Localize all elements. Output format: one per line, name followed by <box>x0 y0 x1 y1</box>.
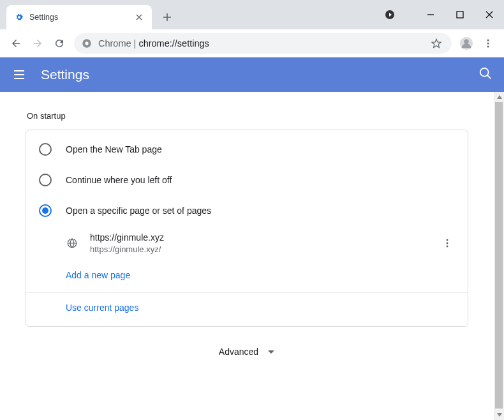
content-area: On startup Open the New Tab page Continu… <box>0 92 504 420</box>
scrollbar[interactable] <box>494 92 504 420</box>
url-path: chrome://settings <box>138 38 209 49</box>
svg-point-12 <box>447 246 448 248</box>
omnibox[interactable]: Chrome | chrome://settings <box>74 33 452 54</box>
url-origin: Chrome <box>98 38 131 49</box>
close-window-button[interactable] <box>475 3 504 26</box>
radio-label: Open the New Tab page <box>66 144 162 154</box>
search-icon[interactable] <box>478 66 493 83</box>
svg-rect-0 <box>457 11 463 18</box>
svg-point-2 <box>85 41 88 45</box>
radio-icon <box>39 143 52 156</box>
settings-header: Settings <box>0 57 504 92</box>
globe-icon <box>66 237 78 250</box>
advanced-label: Advanced <box>219 347 258 357</box>
new-tab-button[interactable] <box>158 8 176 26</box>
reload-button[interactable] <box>48 33 70 54</box>
radio-icon <box>39 204 52 217</box>
radio-label: Open a specific page or set of pages <box>66 206 211 216</box>
profile-avatar[interactable] <box>456 33 477 54</box>
svg-point-8 <box>480 68 489 77</box>
window-controls <box>416 0 504 29</box>
scroll-down-icon[interactable] <box>494 410 504 420</box>
section-title: On startup <box>0 92 494 130</box>
media-control-icon[interactable] <box>385 10 394 19</box>
menu-button[interactable] <box>477 33 499 54</box>
radio-icon <box>39 174 52 186</box>
more-actions-icon[interactable] <box>440 236 455 251</box>
radio-continue[interactable]: Continue where you left off <box>26 165 468 195</box>
window-titlebar: Settings <box>0 0 504 29</box>
hamburger-icon[interactable] <box>11 67 27 82</box>
use-current-pages-link[interactable]: Use current pages <box>26 292 468 322</box>
startup-page-entry: https://ginmule.xyz https://ginmule.xyz/ <box>26 226 468 260</box>
address-bar: Chrome | chrome://settings <box>0 29 504 57</box>
page-entry-title: https://ginmule.xyz <box>90 231 440 244</box>
minimize-button[interactable] <box>416 3 445 26</box>
svg-point-5 <box>487 39 489 41</box>
radio-specific-pages[interactable]: Open a specific page or set of pages <box>26 195 468 226</box>
page-title: Settings <box>41 67 89 82</box>
radio-label: Continue where you left off <box>66 175 172 185</box>
advanced-toggle[interactable]: Advanced <box>0 327 494 377</box>
svg-point-10 <box>447 239 448 241</box>
svg-point-4 <box>464 39 468 43</box>
chevron-down-icon <box>267 346 275 357</box>
page-entry-url: https://ginmule.xyz/ <box>90 244 440 255</box>
svg-point-6 <box>487 42 489 44</box>
scroll-up-icon[interactable] <box>494 92 504 102</box>
bookmark-star-icon[interactable] <box>429 36 444 51</box>
link-label: Add a new page <box>66 270 130 280</box>
back-button[interactable] <box>5 33 27 54</box>
chrome-icon <box>82 38 93 49</box>
forward-button[interactable] <box>27 33 48 54</box>
tab-title: Settings <box>29 13 134 22</box>
svg-point-11 <box>447 243 448 244</box>
browser-tab[interactable]: Settings <box>6 5 152 29</box>
scrollbar-thumb[interactable] <box>495 102 503 409</box>
svg-point-7 <box>487 45 489 47</box>
startup-card: Open the New Tab page Continue where you… <box>26 130 468 327</box>
close-icon[interactable] <box>134 12 144 22</box>
radio-new-tab[interactable]: Open the New Tab page <box>26 134 468 165</box>
add-page-link[interactable]: Add a new page <box>26 260 468 290</box>
url-text: Chrome | chrome://settings <box>98 38 209 49</box>
link-label: Use current pages <box>66 303 138 313</box>
maximize-button[interactable] <box>445 3 475 26</box>
gear-icon <box>14 12 24 22</box>
